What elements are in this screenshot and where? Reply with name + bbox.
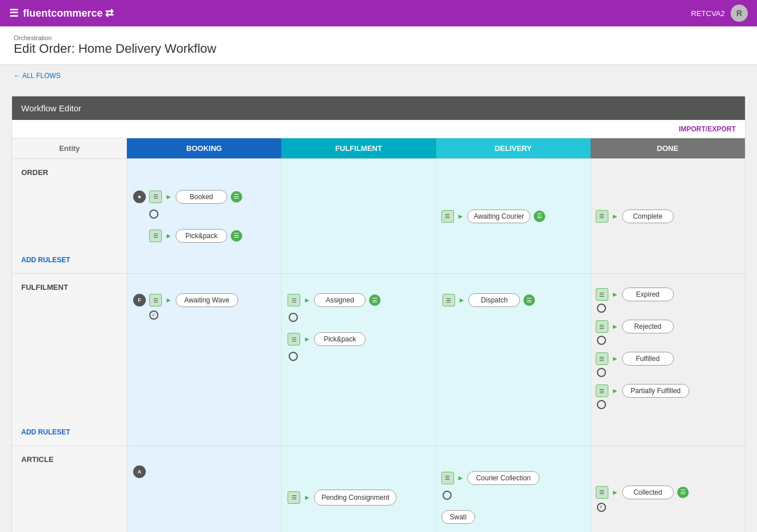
order-add-ruleset[interactable]: ADD RULESET [21,256,118,264]
order-pickpack-state[interactable]: Pick&pack [176,229,227,243]
article-pending-state[interactable]: Pending Consignment [314,490,397,506]
done-subcircle2 [597,336,606,345]
done-sub3 [597,368,606,377]
col-done-header: DONE [591,138,745,158]
fulfilment-booking-sub1: F [149,310,158,320]
order-booked-state[interactable]: Booked [176,190,227,204]
workflow-card: Workflow Editor IMPORT/EXPORT Entity BOO… [11,96,746,532]
back-link[interactable]: ALL FLOWS [0,65,757,87]
fulfilment-done-col: ☰ ► Expired ☰ ► Rejected ☰ ► Fulfilled [591,274,745,445]
article-pending-row: ☰ ► Pending Consignment [288,490,397,506]
fulfilment-partially-icon[interactable]: ☰ [596,385,608,397]
arrow11: ► [612,355,619,363]
fulfilment-fulfilment-subcircle [289,313,298,322]
col-delivery-header: DELIVERY [436,138,591,158]
page-title: Edit Order: Home Delivery Workflow [14,41,743,56]
article-pending-icon[interactable]: ☰ [288,491,300,504]
order-delivery-icon[interactable]: ☰ [441,210,454,223]
order-awaiting-courier-state[interactable]: Awaiting Courier [467,209,530,223]
fulfilment-partially-state[interactable]: Partially Fulfilled [622,384,689,398]
fulfilment-expired-state[interactable]: Expired [622,288,674,301]
article-delivery-col: ☰ ► Courier Collection Swati [436,446,591,532]
hamburger-icon[interactable]: ☰ [9,7,18,20]
fulfilment-pickpack-state[interactable]: Pick&pack [314,332,366,346]
fulfilment-awaiting-wave-state[interactable]: Awaiting Wave [176,293,238,307]
order-entity-label: ORDER ADD RULESET [12,159,127,273]
order-booked-edit[interactable]: ☰ [231,191,242,203]
username-label: RETCVA2 [691,9,725,18]
arrow6: ► [304,296,310,304]
fulfilment-expired-row: ☰ ► Expired [596,288,674,301]
order-complete-state[interactable]: Complete [622,209,674,223]
fulfilment-fulfilled-icon[interactable]: ☰ [596,352,608,365]
arrow8: ► [459,296,465,304]
done-subcircle4 [597,400,606,409]
article-start-row: A [133,465,146,478]
fulfilment-rejected-icon[interactable]: ☰ [596,320,608,333]
order-awaiting-courier-edit[interactable]: ☰ [534,211,545,222]
arrow2: ► [165,232,172,240]
order-pickpack-row: ☰ ► Pick&pack ☰ [133,229,242,243]
fulfilment-assigned-icon[interactable]: ☰ [288,294,300,306]
article-courier-state[interactable]: Courier Collection [467,471,539,485]
order-delivery-col: ☰ ► Awaiting Courier ☰ [436,159,591,273]
fulfilment-dispatch-state[interactable]: Dispatch [468,293,520,307]
order-pickpack-edit[interactable]: ☰ [231,230,242,242]
fulfilment-assigned-edit[interactable]: ☰ [369,294,381,306]
article-collected-edit[interactable]: ☰ [677,487,689,498]
fulfilment-booking-col: F ☰ ► Awaiting Wave F [127,274,281,445]
fulfilment-rejected-row: ☰ ► Rejected [596,320,674,333]
article-done-col: ☰ ► Collected ☰ F [591,446,745,532]
fulfilment-assigned-state[interactable]: Assigned [314,293,366,307]
import-export-button[interactable]: IMPORT/EXPORT [679,125,736,133]
fulfilment-entity-label: FULFILMENT ADD RULESET [12,274,127,445]
article-done-subcircle: F [597,503,606,512]
done-sub4 [597,400,606,409]
order-fulfilment-col [281,159,436,273]
arrow7: ► [304,335,310,343]
arrow3: ► [457,212,464,220]
fulfilment-pickpack-icon[interactable]: ☰ [288,333,300,345]
arrow13: ► [304,494,310,502]
done-subcircle1 [597,304,606,313]
order-start-circle: ● [133,191,146,203]
workflow-editor-header: Workflow Editor [12,96,745,120]
arrow1: ► [165,193,172,201]
avatar[interactable]: R [731,5,748,22]
arrow10: ► [612,323,619,331]
arrow5: ► [165,296,172,304]
fulfilment-fulfilment-sub2 [289,352,298,361]
done-sub1 [597,304,606,313]
fulfilment-fulfilled-state[interactable]: Fulfilled [622,352,674,366]
brand-icon: ⇄ [105,7,114,20]
col-entity-header: Entity [12,138,127,158]
topnav-right: RETCVA2 R [691,5,748,22]
fulfilment-pickpack-row: ☰ ► Pick&pack [288,332,366,346]
fulfilment-dispatch-icon[interactable]: ☰ [442,294,455,306]
article-courier-icon[interactable]: ☰ [441,472,454,484]
fulfilment-add-ruleset[interactable]: ADD RULESET [21,428,118,436]
fulfilment-booking-icon1[interactable]: ☰ [149,294,162,306]
arrow12: ► [612,387,619,395]
order-complete-icon[interactable]: ☰ [596,210,608,223]
article-courier-row: ☰ ► Courier Collection [441,471,539,485]
done-subcircle3 [597,368,606,377]
fulfilment-rejected-state[interactable]: Rejected [622,320,674,333]
order-pickpack-icon[interactable]: ☰ [149,230,162,242]
article-swati-state[interactable]: Swati [441,510,475,524]
fulfilment-fulfilment-sub1 [289,313,298,322]
article-collected-icon[interactable]: ☰ [596,486,608,499]
order-row: ORDER ADD RULESET ● ☰ ► Booked ☰ ☰ ► Pic… [12,159,745,274]
article-start-circle: A [133,465,146,478]
article-collected-state[interactable]: Collected [622,486,674,499]
article-fulfilment-col: ☰ ► Pending Consignment [281,446,436,532]
order-entity-name: ORDER [21,168,118,177]
order-booking-subcircle1 [149,209,158,219]
col-fulfilment-header: FULFILMENT [281,138,436,158]
section-label: Orchestration [14,34,743,41]
article-entity-name: ARTICLE [21,455,118,464]
fulfilment-row: FULFILMENT ADD RULESET F ☰ ► Awaiting Wa… [12,274,745,446]
fulfilment-dispatch-edit[interactable]: ☰ [523,294,535,306]
order-booking-icon1[interactable]: ☰ [149,191,162,203]
fulfilment-expired-icon[interactable]: ☰ [596,288,608,301]
